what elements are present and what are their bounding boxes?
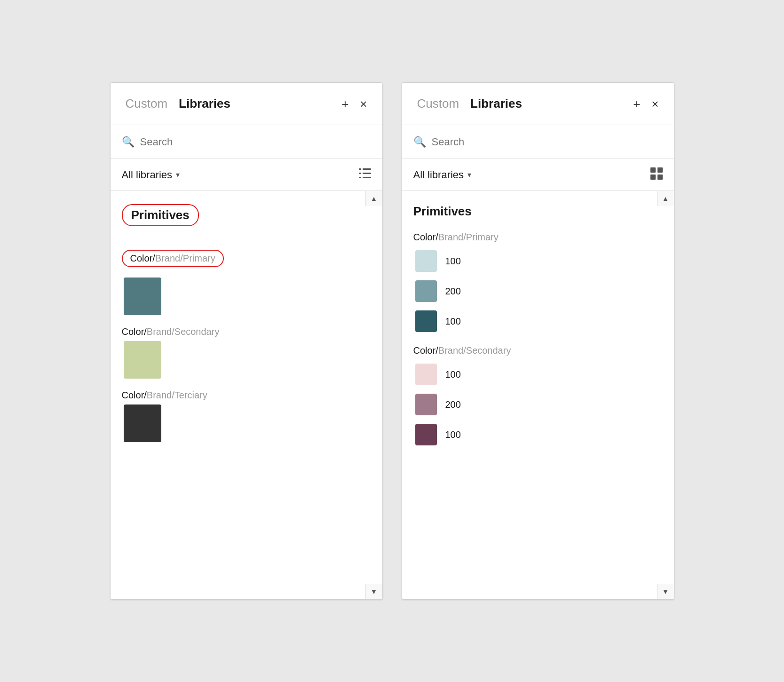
left-tab-custom[interactable]: Custom [122,95,172,113]
right-grid-view-icon[interactable] [650,167,663,182]
right-scroll-up-button[interactable]: ▲ [657,191,674,206]
right-swatch-secondary-100a [415,364,437,385]
left-all-libraries-dropdown[interactable]: All libraries ▾ [122,169,180,181]
left-scroll-up-button[interactable]: ▲ [365,191,382,206]
right-panel: Custom Libraries + × 🔍 All libraries ▾ [402,82,674,600]
right-tab-custom[interactable]: Custom [413,95,463,113]
right-content-wrapper: ▲ Primitives Color/Brand/Primary 100 [402,191,674,599]
right-panel-header: Custom Libraries + × [402,83,674,125]
left-search-bar: 🔍 [111,125,382,159]
right-chevron-down-icon: ▾ [467,170,471,179]
left-list-view-icon[interactable] [359,168,371,182]
right-color-group-primary-label: Color/Brand/Primary [413,232,499,242]
left-color-group-terciary-label: Color/Brand/Terciary [122,390,207,400]
left-scroll-area[interactable]: Primitives Color/Brand/Primary Color/Bra… [111,191,382,599]
right-swatch-secondary-200 [415,394,437,415]
right-primary-100a-label: 100 [445,256,461,267]
left-tab-libraries[interactable]: Libraries [175,95,234,113]
svg-rect-9 [657,174,663,180]
svg-rect-3 [359,173,361,174]
right-scroll-down-button[interactable]: ▼ [657,584,674,599]
left-search-input[interactable] [140,136,371,148]
left-add-button[interactable]: + [338,96,352,112]
right-primary-100b-label: 100 [445,316,461,327]
right-all-libraries-dropdown[interactable]: All libraries ▾ [413,169,472,181]
right-tab-libraries[interactable]: Libraries [467,95,526,113]
right-primary-item-1: 100 [413,250,663,272]
svg-rect-0 [363,168,371,170]
left-filter-row: All libraries ▾ [111,159,382,191]
left-panel: Custom Libraries + × 🔍 All libraries ▾ [110,82,383,600]
left-swatch-secondary [124,341,161,379]
right-close-button[interactable]: × [648,96,662,112]
right-search-icon: 🔍 [413,136,426,148]
left-all-libraries-label: All libraries [122,169,173,181]
right-primary-200-label: 200 [445,286,461,297]
right-swatch-primary-100a [415,250,437,272]
right-all-libraries-label: All libraries [413,169,464,181]
right-color-group-secondary-label: Color/Brand/Secondary [413,345,511,356]
svg-rect-5 [359,177,361,178]
right-section-title: Primitives [413,204,472,218]
right-secondary-100b-label: 100 [445,429,461,440]
left-swatch-primary [124,278,161,315]
right-secondary-item-1: 100 [413,364,663,385]
svg-rect-2 [363,173,371,174]
right-primary-item-2: 200 [413,280,663,302]
svg-rect-7 [657,167,663,173]
right-search-input[interactable] [432,136,663,148]
right-swatch-primary-200 [415,280,437,302]
svg-rect-4 [363,177,371,178]
right-search-bar: 🔍 [402,125,674,159]
left-search-icon: 🔍 [122,136,135,148]
right-secondary-item-3: 100 [413,424,663,445]
svg-rect-6 [650,167,656,173]
left-scroll-down-button[interactable]: ▼ [365,584,382,599]
right-scroll-area[interactable]: Primitives Color/Brand/Primary 100 200 [402,191,674,599]
right-swatch-primary-100b [415,310,437,332]
right-swatch-secondary-100b [415,424,437,445]
right-secondary-item-2: 200 [413,394,663,415]
left-section-title: Primitives [122,204,199,226]
svg-rect-1 [359,168,361,170]
right-secondary-100a-label: 100 [445,369,461,380]
left-content-wrapper: ▲ Primitives Color/Brand/Primary Color/B… [111,191,382,599]
right-filter-row: All libraries ▾ [402,159,674,191]
left-close-button[interactable]: × [356,96,371,112]
svg-rect-8 [650,174,656,180]
right-primary-item-3: 100 [413,310,663,332]
left-color-group-secondary-label: Color/Brand/Secondary [122,326,220,337]
left-panel-header: Custom Libraries + × [111,83,382,125]
right-secondary-200-label: 200 [445,399,461,410]
left-color-group-primary-label: Color/Brand/Primary [122,250,224,267]
left-chevron-down-icon: ▾ [176,170,180,179]
left-swatch-terciary [124,404,161,442]
right-add-button[interactable]: + [629,96,644,112]
